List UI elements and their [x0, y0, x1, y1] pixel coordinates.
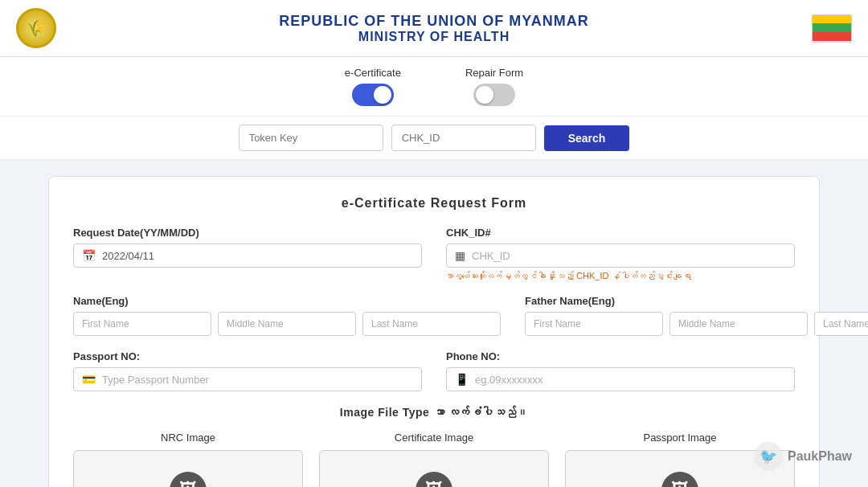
ecertificate-toggle-group: e-Certificate: [345, 67, 401, 106]
phone-label: Phone NO:: [446, 350, 795, 362]
ecertificate-slider: [352, 84, 394, 106]
passport-card-icon: 💳: [82, 373, 96, 386]
father-name-label: Father Name(Eng): [525, 295, 868, 307]
repairform-knob: [476, 86, 493, 104]
search-section: Search: [0, 117, 868, 160]
cert-upload-label: Certificate Image: [395, 432, 473, 444]
chk-id-label: CHK_ID#: [446, 227, 795, 239]
cert-upload-group: Certificate Image 🖼 ကာကွယ်ဆေးထိုးလက်မှတ်…: [319, 432, 549, 487]
government-seal: 🌾: [16, 8, 56, 48]
father-name-fields: [525, 312, 868, 336]
repairform-label: Repair Form: [465, 67, 523, 79]
ecertificate-toggle[interactable]: [352, 84, 394, 106]
chk-id-group: CHK_ID# ▦ ကာကွယ်ဆေးထိုးလက်မှတ်တွင်ဖါနိုသ…: [446, 227, 795, 280]
image-section-title: Image File Type သာ လက်ခံပါသည်။: [73, 406, 795, 419]
image-uploads: NRC Image 🖼 မှတ်ပုံတင်ဓါတ်ပုံ(ဒုအနည်ဘက်)…: [73, 432, 795, 487]
cert-upload-icon: 🖼: [416, 472, 452, 487]
watermark: 🐦 PaukPhaw: [754, 442, 852, 471]
name-eng-group: Name(Eng): [73, 295, 501, 336]
watermark-icon: 🐦: [754, 442, 783, 471]
form-card: e-Certificate Request Form Request Date(…: [48, 176, 820, 487]
search-button[interactable]: Search: [544, 125, 630, 151]
repairform-toggle[interactable]: [473, 84, 515, 106]
request-date-label: Request Date(YY/MM/DD): [73, 227, 422, 239]
phone-input-wrapper: 📱: [446, 367, 795, 391]
ecertificate-label: e-Certificate: [345, 67, 401, 79]
passport-img-upload-icon: 🖼: [661, 472, 698, 487]
last-name-input[interactable]: [362, 312, 501, 336]
nrc-upload-group: NRC Image 🖼 မှတ်ပုံတင်ဓါတ်ပုံ(ဒုအနည်ဘက်): [73, 432, 303, 487]
request-date-input-wrapper: 📅: [73, 244, 422, 268]
form-row-2: Name(Eng) Father Name(Eng): [73, 295, 795, 336]
passport-input-wrapper: 💳: [73, 367, 422, 391]
chk-id-input[interactable]: [472, 250, 786, 262]
myanmar-flag: [812, 14, 852, 43]
father-last-name-input[interactable]: [814, 312, 868, 336]
repairform-toggle-group: Repair Form: [465, 67, 523, 106]
request-date-input[interactable]: [102, 250, 413, 262]
passport-img-upload-label: Passport Image: [643, 432, 716, 444]
father-first-name-input[interactable]: [525, 312, 663, 336]
phone-group: Phone NO: 📱: [446, 350, 795, 391]
form-row-3: Passport NO: 💳 Phone NO: 📱: [73, 350, 795, 391]
father-middle-name-input[interactable]: [669, 312, 808, 336]
chk-hint: ကာကွယ်ဆေးထိုးလက်မှတ်တွင်ဖါနိုသည့် CHK_ID…: [446, 271, 795, 280]
title-line2: MINISTRY OF HEALTH: [56, 30, 812, 44]
first-name-input[interactable]: [73, 312, 211, 336]
father-name-group: Father Name(Eng): [525, 295, 868, 336]
ecertificate-knob: [374, 86, 391, 104]
header-title: REPUBLIC OF THE UNION OF MYANMAR MINISTR…: [56, 13, 812, 44]
chk-id-search-input[interactable]: [391, 125, 536, 151]
phone-input[interactable]: [475, 374, 786, 386]
token-key-input[interactable]: [239, 125, 383, 151]
nrc-upload-icon: 🖼: [170, 472, 207, 487]
name-fields: [73, 312, 501, 336]
phone-icon: 📱: [455, 373, 469, 386]
nrc-upload-label: NRC Image: [161, 432, 215, 444]
form-row-1: Request Date(YY/MM/DD) 📅 CHK_ID# ▦ ကာကွယ…: [73, 227, 795, 280]
toggle-section: e-Certificate Repair Form: [0, 57, 868, 117]
request-date-group: Request Date(YY/MM/DD) 📅: [73, 227, 422, 280]
passport-label: Passport NO:: [73, 350, 422, 362]
name-eng-label: Name(Eng): [73, 295, 501, 307]
main-content: e-Certificate Request Form Request Date(…: [0, 160, 868, 487]
cert-upload-box[interactable]: 🖼: [319, 450, 549, 487]
nrc-upload-box[interactable]: 🖼: [73, 450, 303, 487]
passport-input[interactable]: [102, 374, 413, 386]
title-line1: REPUBLIC OF THE UNION OF MYANMAR: [56, 13, 812, 30]
form-title: e-Certificate Request Form: [73, 196, 795, 211]
passport-group: Passport NO: 💳: [73, 350, 422, 391]
watermark-text: PaukPhaw: [788, 449, 852, 464]
middle-name-input[interactable]: [218, 312, 356, 336]
qr-icon: ▦: [455, 249, 465, 262]
repairform-slider: [473, 84, 515, 106]
chk-id-input-wrapper: ▦: [446, 244, 795, 268]
header: 🌾 REPUBLIC OF THE UNION OF MYANMAR MINIS…: [0, 0, 868, 57]
calendar-icon: 📅: [82, 249, 96, 262]
